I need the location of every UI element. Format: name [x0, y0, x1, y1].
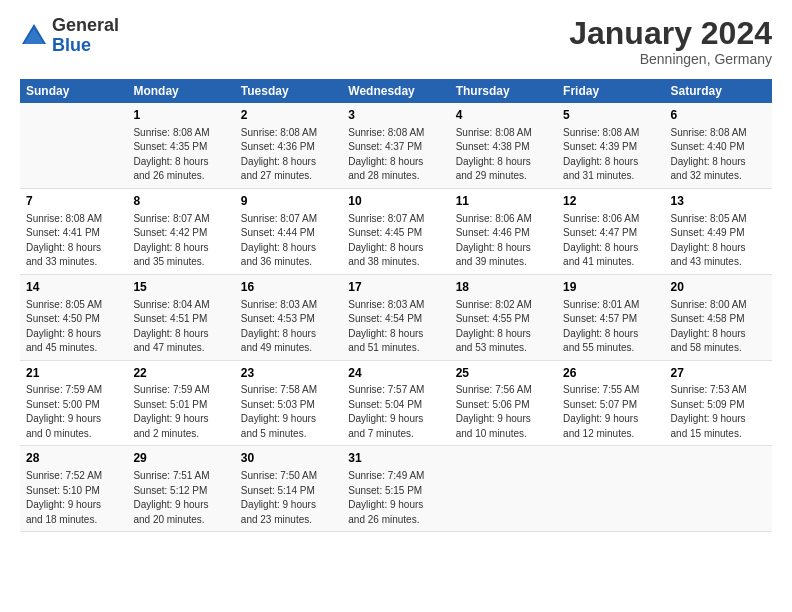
day-number: 12	[563, 193, 658, 210]
col-thursday: Thursday	[450, 79, 557, 103]
cell-w2-d2: 9Sunrise: 8:07 AMSunset: 4:44 PMDaylight…	[235, 188, 342, 274]
day-number: 30	[241, 450, 336, 467]
logo-icon	[20, 22, 48, 50]
day-number: 13	[671, 193, 766, 210]
cell-w4-d3: 24Sunrise: 7:57 AMSunset: 5:04 PMDayligh…	[342, 360, 449, 446]
cell-w1-d2: 2Sunrise: 8:08 AMSunset: 4:36 PMDaylight…	[235, 103, 342, 188]
calendar-table: Sunday Monday Tuesday Wednesday Thursday…	[20, 79, 772, 532]
cell-info: Sunrise: 8:02 AMSunset: 4:55 PMDaylight:…	[456, 298, 551, 356]
cell-info: Sunrise: 7:49 AMSunset: 5:15 PMDaylight:…	[348, 469, 443, 527]
page: General Blue January 2024 Benningen, Ger…	[0, 0, 792, 612]
cell-w5-d2: 30Sunrise: 7:50 AMSunset: 5:14 PMDayligh…	[235, 446, 342, 532]
cell-info: Sunrise: 8:07 AMSunset: 4:42 PMDaylight:…	[133, 212, 228, 270]
day-number: 21	[26, 365, 121, 382]
cell-info: Sunrise: 7:53 AMSunset: 5:09 PMDaylight:…	[671, 383, 766, 441]
cell-w1-d6: 6Sunrise: 8:08 AMSunset: 4:40 PMDaylight…	[665, 103, 772, 188]
week-row-3: 14Sunrise: 8:05 AMSunset: 4:50 PMDayligh…	[20, 274, 772, 360]
cell-w4-d1: 22Sunrise: 7:59 AMSunset: 5:01 PMDayligh…	[127, 360, 234, 446]
cell-w4-d4: 25Sunrise: 7:56 AMSunset: 5:06 PMDayligh…	[450, 360, 557, 446]
cell-info: Sunrise: 7:59 AMSunset: 5:00 PMDaylight:…	[26, 383, 121, 441]
day-number: 22	[133, 365, 228, 382]
cell-w3-d0: 14Sunrise: 8:05 AMSunset: 4:50 PMDayligh…	[20, 274, 127, 360]
week-row-2: 7Sunrise: 8:08 AMSunset: 4:41 PMDaylight…	[20, 188, 772, 274]
cell-info: Sunrise: 8:07 AMSunset: 4:45 PMDaylight:…	[348, 212, 443, 270]
cell-w5-d3: 31Sunrise: 7:49 AMSunset: 5:15 PMDayligh…	[342, 446, 449, 532]
cell-w1-d5: 5Sunrise: 8:08 AMSunset: 4:39 PMDaylight…	[557, 103, 664, 188]
cell-info: Sunrise: 8:08 AMSunset: 4:40 PMDaylight:…	[671, 126, 766, 184]
cell-info: Sunrise: 8:06 AMSunset: 4:46 PMDaylight:…	[456, 212, 551, 270]
cell-w4-d2: 23Sunrise: 7:58 AMSunset: 5:03 PMDayligh…	[235, 360, 342, 446]
cell-w3-d5: 19Sunrise: 8:01 AMSunset: 4:57 PMDayligh…	[557, 274, 664, 360]
cell-info: Sunrise: 7:50 AMSunset: 5:14 PMDaylight:…	[241, 469, 336, 527]
cell-info: Sunrise: 8:08 AMSunset: 4:41 PMDaylight:…	[26, 212, 121, 270]
col-sunday: Sunday	[20, 79, 127, 103]
cell-w3-d1: 15Sunrise: 8:04 AMSunset: 4:51 PMDayligh…	[127, 274, 234, 360]
cell-w5-d6	[665, 446, 772, 532]
day-number: 31	[348, 450, 443, 467]
day-number: 1	[133, 107, 228, 124]
cell-w3-d3: 17Sunrise: 8:03 AMSunset: 4:54 PMDayligh…	[342, 274, 449, 360]
cell-info: Sunrise: 7:51 AMSunset: 5:12 PMDaylight:…	[133, 469, 228, 527]
day-number: 17	[348, 279, 443, 296]
day-number: 8	[133, 193, 228, 210]
cell-w5-d0: 28Sunrise: 7:52 AMSunset: 5:10 PMDayligh…	[20, 446, 127, 532]
cell-info: Sunrise: 7:52 AMSunset: 5:10 PMDaylight:…	[26, 469, 121, 527]
cell-w2-d3: 10Sunrise: 8:07 AMSunset: 4:45 PMDayligh…	[342, 188, 449, 274]
cell-info: Sunrise: 7:56 AMSunset: 5:06 PMDaylight:…	[456, 383, 551, 441]
calendar-header: Sunday Monday Tuesday Wednesday Thursday…	[20, 79, 772, 103]
cell-info: Sunrise: 7:58 AMSunset: 5:03 PMDaylight:…	[241, 383, 336, 441]
day-number: 6	[671, 107, 766, 124]
cell-info: Sunrise: 8:04 AMSunset: 4:51 PMDaylight:…	[133, 298, 228, 356]
cell-w1-d4: 4Sunrise: 8:08 AMSunset: 4:38 PMDaylight…	[450, 103, 557, 188]
location: Benningen, Germany	[569, 51, 772, 67]
day-number: 2	[241, 107, 336, 124]
cell-w1-d0	[20, 103, 127, 188]
calendar-body: 1Sunrise: 8:08 AMSunset: 4:35 PMDaylight…	[20, 103, 772, 531]
header: General Blue January 2024 Benningen, Ger…	[20, 16, 772, 67]
cell-info: Sunrise: 8:07 AMSunset: 4:44 PMDaylight:…	[241, 212, 336, 270]
cell-w5-d1: 29Sunrise: 7:51 AMSunset: 5:12 PMDayligh…	[127, 446, 234, 532]
week-row-5: 28Sunrise: 7:52 AMSunset: 5:10 PMDayligh…	[20, 446, 772, 532]
cell-w3-d4: 18Sunrise: 8:02 AMSunset: 4:55 PMDayligh…	[450, 274, 557, 360]
cell-w2-d5: 12Sunrise: 8:06 AMSunset: 4:47 PMDayligh…	[557, 188, 664, 274]
cell-info: Sunrise: 8:08 AMSunset: 4:38 PMDaylight:…	[456, 126, 551, 184]
cell-info: Sunrise: 8:08 AMSunset: 4:37 PMDaylight:…	[348, 126, 443, 184]
cell-info: Sunrise: 8:05 AMSunset: 4:49 PMDaylight:…	[671, 212, 766, 270]
cell-w3-d6: 20Sunrise: 8:00 AMSunset: 4:58 PMDayligh…	[665, 274, 772, 360]
logo-text: General Blue	[52, 16, 119, 56]
day-number: 23	[241, 365, 336, 382]
cell-w2-d6: 13Sunrise: 8:05 AMSunset: 4:49 PMDayligh…	[665, 188, 772, 274]
cell-info: Sunrise: 7:59 AMSunset: 5:01 PMDaylight:…	[133, 383, 228, 441]
cell-info: Sunrise: 8:01 AMSunset: 4:57 PMDaylight:…	[563, 298, 658, 356]
cell-w1-d3: 3Sunrise: 8:08 AMSunset: 4:37 PMDaylight…	[342, 103, 449, 188]
col-friday: Friday	[557, 79, 664, 103]
cell-info: Sunrise: 8:06 AMSunset: 4:47 PMDaylight:…	[563, 212, 658, 270]
cell-w2-d4: 11Sunrise: 8:06 AMSunset: 4:46 PMDayligh…	[450, 188, 557, 274]
day-number: 28	[26, 450, 121, 467]
cell-w2-d0: 7Sunrise: 8:08 AMSunset: 4:41 PMDaylight…	[20, 188, 127, 274]
day-number: 10	[348, 193, 443, 210]
day-number: 14	[26, 279, 121, 296]
day-number: 25	[456, 365, 551, 382]
day-number: 26	[563, 365, 658, 382]
cell-w5-d5	[557, 446, 664, 532]
day-number: 24	[348, 365, 443, 382]
cell-info: Sunrise: 7:57 AMSunset: 5:04 PMDaylight:…	[348, 383, 443, 441]
col-monday: Monday	[127, 79, 234, 103]
day-number: 18	[456, 279, 551, 296]
day-number: 15	[133, 279, 228, 296]
cell-w2-d1: 8Sunrise: 8:07 AMSunset: 4:42 PMDaylight…	[127, 188, 234, 274]
cell-info: Sunrise: 8:08 AMSunset: 4:39 PMDaylight:…	[563, 126, 658, 184]
day-number: 29	[133, 450, 228, 467]
cell-w3-d2: 16Sunrise: 8:03 AMSunset: 4:53 PMDayligh…	[235, 274, 342, 360]
day-number: 16	[241, 279, 336, 296]
week-row-4: 21Sunrise: 7:59 AMSunset: 5:00 PMDayligh…	[20, 360, 772, 446]
cell-info: Sunrise: 8:08 AMSunset: 4:35 PMDaylight:…	[133, 126, 228, 184]
col-wednesday: Wednesday	[342, 79, 449, 103]
cell-w5-d4	[450, 446, 557, 532]
day-number: 4	[456, 107, 551, 124]
day-number: 3	[348, 107, 443, 124]
cell-info: Sunrise: 8:08 AMSunset: 4:36 PMDaylight:…	[241, 126, 336, 184]
cell-info: Sunrise: 8:03 AMSunset: 4:54 PMDaylight:…	[348, 298, 443, 356]
cell-w4-d6: 27Sunrise: 7:53 AMSunset: 5:09 PMDayligh…	[665, 360, 772, 446]
